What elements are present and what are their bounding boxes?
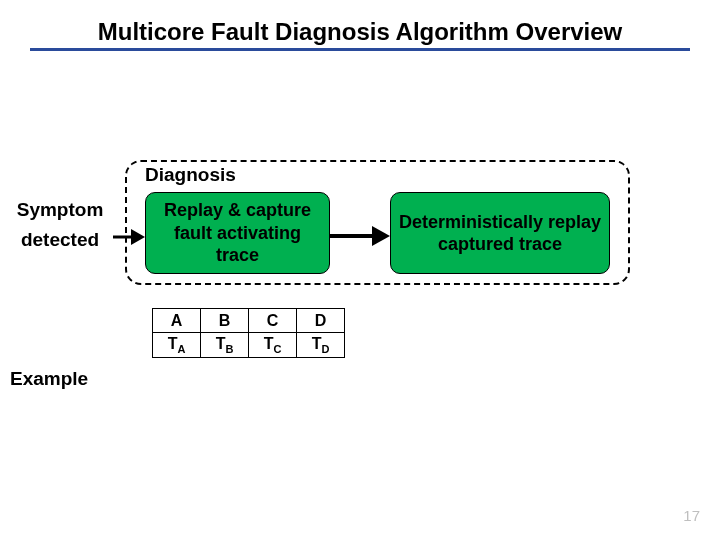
thread-table: A B C D TA TB TC TD <box>152 308 345 358</box>
table-header-cell: D <box>297 309 345 333</box>
arrow-replay-to-det <box>330 223 390 249</box>
table-cell: TC <box>249 333 297 358</box>
symptom-line1: Symptom <box>17 199 104 220</box>
table-cell: TD <box>297 333 345 358</box>
table-header-cell: B <box>201 309 249 333</box>
slide-title: Multicore Fault Diagnosis Algorithm Over… <box>0 18 720 46</box>
title-underline <box>30 48 690 51</box>
example-label: Example <box>10 368 88 390</box>
table-cell: TB <box>201 333 249 358</box>
svg-marker-3 <box>372 226 390 246</box>
table-row: TA TB TC TD <box>153 333 345 358</box>
replay-capture-box: Replay & capture fault activating trace <box>145 192 330 274</box>
table-header-cell: A <box>153 309 201 333</box>
table-cell: TA <box>153 333 201 358</box>
table-header-cell: C <box>249 309 297 333</box>
table-row: A B C D <box>153 309 345 333</box>
deterministic-replay-box: Deterministically replay captured trace <box>390 192 610 274</box>
symptom-detected-label: Symptom detected <box>5 195 115 256</box>
page-number: 17 <box>683 507 700 524</box>
symptom-line2: detected <box>21 229 99 250</box>
diagnosis-label: Diagnosis <box>145 164 236 186</box>
